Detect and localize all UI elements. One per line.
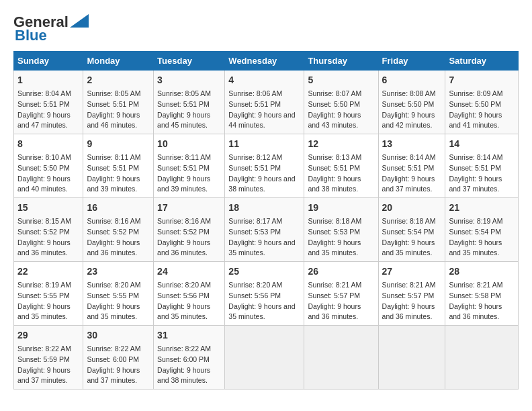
calendar-row: 22Sunrise: 8:19 AMSunset: 5:55 PMDayligh… — [14, 262, 519, 326]
calendar-cell: 15Sunrise: 8:15 AMSunset: 5:52 PMDayligh… — [14, 198, 83, 262]
sunrise: Sunrise: 8:16 AM — [157, 217, 211, 225]
daylight: Daylight: 9 hours and 36 minutes. — [382, 302, 435, 321]
calendar-cell: 8Sunrise: 8:10 AMSunset: 5:50 PMDaylight… — [14, 134, 83, 198]
daylight: Daylight: 9 hours and 38 minutes. — [228, 175, 295, 193]
sunrise: Sunrise: 8:04 AM — [17, 89, 71, 97]
daylight: Daylight: 9 hours and 35 minutes. — [382, 238, 435, 257]
day-number: 25 — [228, 265, 300, 279]
day-number: 8 — [17, 137, 79, 151]
daylight: Daylight: 9 hours and 35 minutes. — [308, 238, 361, 257]
svg-marker-0 — [70, 14, 89, 28]
day-number: 28 — [449, 265, 515, 279]
calendar-cell: 9Sunrise: 8:11 AMSunset: 5:51 PMDaylight… — [83, 134, 154, 198]
sunrise: Sunrise: 8:14 AM — [382, 153, 436, 161]
daylight: Daylight: 9 hours and 37 minutes. — [17, 366, 71, 385]
calendar-row: 1Sunrise: 8:04 AMSunset: 5:51 PMDaylight… — [14, 71, 519, 134]
sunset: Sunset: 5:52 PM — [157, 228, 210, 236]
calendar-cell: 12Sunrise: 8:13 AMSunset: 5:51 PMDayligh… — [304, 134, 378, 198]
sunset: Sunset: 6:00 PM — [157, 355, 210, 363]
sunset: Sunset: 5:50 PM — [17, 164, 70, 172]
calendar-cell: 20Sunrise: 8:18 AMSunset: 5:54 PMDayligh… — [378, 198, 445, 262]
calendar-row: 8Sunrise: 8:10 AMSunset: 5:50 PMDaylight… — [14, 134, 519, 198]
day-number: 21 — [449, 201, 515, 215]
daylight: Daylight: 9 hours and 39 minutes. — [157, 175, 210, 193]
sunrise: Sunrise: 8:12 AM — [228, 153, 282, 161]
day-number: 24 — [157, 265, 221, 279]
sunrise: Sunrise: 8:11 AM — [87, 153, 140, 161]
day-number: 31 — [157, 328, 221, 342]
calendar-cell: 10Sunrise: 8:11 AMSunset: 5:51 PMDayligh… — [154, 134, 225, 198]
calendar-cell: 26Sunrise: 8:21 AMSunset: 5:57 PMDayligh… — [304, 262, 378, 326]
sunset: Sunset: 5:53 PM — [308, 228, 360, 236]
day-number: 1 — [17, 73, 79, 87]
logo: General Blue — [13, 13, 89, 44]
day-number: 14 — [449, 137, 515, 151]
daylight: Daylight: 9 hours and 36 minutes. — [157, 238, 210, 257]
sunset: Sunset: 5:57 PM — [382, 291, 435, 300]
sunrise: Sunrise: 8:20 AM — [228, 281, 282, 289]
daylight: Daylight: 9 hours and 44 minutes. — [228, 111, 295, 130]
sunrise: Sunrise: 8:20 AM — [157, 281, 211, 289]
daylight: Daylight: 9 hours and 42 minutes. — [382, 111, 435, 130]
calendar-cell: 16Sunrise: 8:16 AMSunset: 5:52 PMDayligh… — [83, 198, 154, 262]
calendar-cell: 27Sunrise: 8:21 AMSunset: 5:57 PMDayligh… — [378, 262, 445, 326]
calendar-cell: 31Sunrise: 8:22 AMSunset: 6:00 PMDayligh… — [154, 326, 225, 390]
day-number: 29 — [17, 328, 79, 342]
day-number: 4 — [228, 73, 300, 87]
daylight: Daylight: 9 hours and 47 minutes. — [17, 111, 71, 130]
calendar-row: 29Sunrise: 8:22 AMSunset: 5:59 PMDayligh… — [14, 326, 519, 390]
sunrise: Sunrise: 8:21 AM — [382, 281, 436, 289]
weekday-sunday: Sunday — [14, 52, 83, 71]
calendar-cell: 21Sunrise: 8:19 AMSunset: 5:54 PMDayligh… — [445, 198, 519, 262]
calendar-cell: 24Sunrise: 8:20 AMSunset: 5:56 PMDayligh… — [154, 262, 225, 326]
daylight: Daylight: 9 hours and 36 minutes. — [308, 302, 361, 321]
sunrise: Sunrise: 8:05 AM — [157, 89, 211, 97]
sunrise: Sunrise: 8:21 AM — [308, 281, 361, 289]
day-number: 16 — [87, 201, 150, 215]
calendar-cell: 19Sunrise: 8:18 AMSunset: 5:53 PMDayligh… — [304, 198, 378, 262]
calendar-cell: 17Sunrise: 8:16 AMSunset: 5:52 PMDayligh… — [154, 198, 225, 262]
sunset: Sunset: 5:52 PM — [87, 228, 139, 236]
sunrise: Sunrise: 8:19 AM — [449, 217, 502, 225]
sunrise: Sunrise: 8:14 AM — [449, 153, 502, 161]
day-number: 12 — [308, 137, 374, 151]
sunrise: Sunrise: 8:10 AM — [17, 153, 71, 161]
sunset: Sunset: 5:55 PM — [17, 291, 70, 300]
calendar-cell: 18Sunrise: 8:17 AMSunset: 5:53 PMDayligh… — [225, 198, 304, 262]
day-number: 26 — [308, 265, 374, 279]
logo-icon — [70, 14, 89, 28]
day-number: 20 — [382, 201, 442, 215]
calendar-cell: 11Sunrise: 8:12 AMSunset: 5:51 PMDayligh… — [225, 134, 304, 198]
sunset: Sunset: 5:54 PM — [382, 228, 435, 236]
weekday-header-row: SundayMondayTuesdayWednesdayThursdayFrid… — [14, 52, 519, 71]
sunrise: Sunrise: 8:16 AM — [87, 217, 140, 225]
sunset: Sunset: 5:51 PM — [228, 164, 281, 172]
calendar-cell: 14Sunrise: 8:14 AMSunset: 5:51 PMDayligh… — [445, 134, 519, 198]
daylight: Daylight: 9 hours and 38 minutes. — [308, 175, 361, 193]
calendar-row: 15Sunrise: 8:15 AMSunset: 5:52 PMDayligh… — [14, 198, 519, 262]
sunrise: Sunrise: 8:18 AM — [308, 217, 361, 225]
sunset: Sunset: 5:56 PM — [157, 291, 210, 300]
calendar-cell: 4Sunrise: 8:06 AMSunset: 5:51 PMDaylight… — [225, 71, 304, 134]
sunrise: Sunrise: 8:19 AM — [17, 281, 71, 289]
daylight: Daylight: 9 hours and 36 minutes. — [17, 238, 71, 257]
sunrise: Sunrise: 8:17 AM — [228, 217, 282, 225]
sunset: Sunset: 5:53 PM — [228, 228, 281, 236]
daylight: Daylight: 9 hours and 37 minutes. — [449, 175, 502, 193]
sunset: Sunset: 5:59 PM — [17, 355, 70, 363]
sunrise: Sunrise: 8:21 AM — [449, 281, 502, 289]
calendar-cell — [445, 326, 519, 390]
sunset: Sunset: 5:56 PM — [228, 291, 281, 300]
daylight: Daylight: 9 hours and 45 minutes. — [157, 111, 210, 130]
sunrise: Sunrise: 8:15 AM — [17, 217, 71, 225]
day-number: 19 — [308, 201, 374, 215]
calendar-cell — [304, 326, 378, 390]
day-number: 10 — [157, 137, 221, 151]
daylight: Daylight: 9 hours and 36 minutes. — [449, 302, 502, 321]
sunset: Sunset: 5:51 PM — [87, 164, 139, 172]
calendar-cell: 22Sunrise: 8:19 AMSunset: 5:55 PMDayligh… — [14, 262, 83, 326]
calendar-body: 1Sunrise: 8:04 AMSunset: 5:51 PMDaylight… — [14, 71, 519, 390]
calendar-cell: 1Sunrise: 8:04 AMSunset: 5:51 PMDaylight… — [14, 71, 83, 134]
day-number: 5 — [308, 73, 374, 87]
day-number: 30 — [87, 328, 150, 342]
